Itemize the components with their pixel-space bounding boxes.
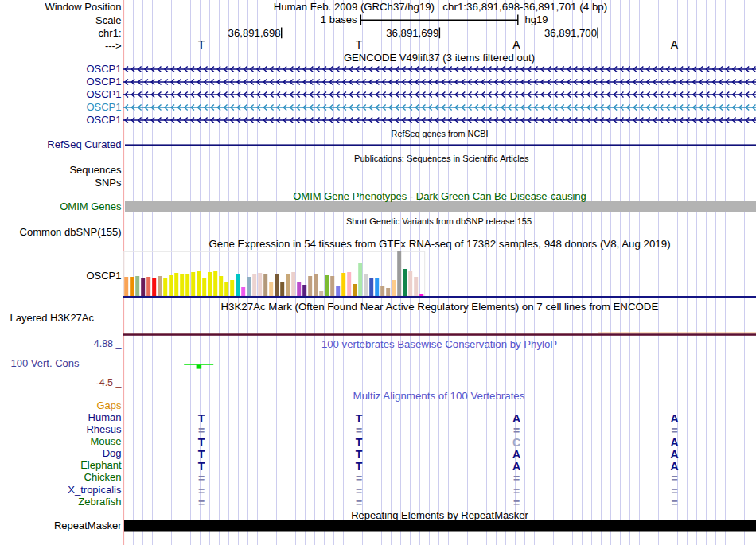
- svg-text:T: T: [198, 460, 205, 473]
- svg-text:A: A: [670, 436, 678, 449]
- svg-text:--->: --->: [105, 40, 122, 52]
- svg-text:1 bases: 1 bases: [321, 14, 357, 25]
- svg-text:Sequences: Sequences: [69, 164, 122, 176]
- svg-text:A: A: [670, 448, 678, 461]
- svg-text:=: =: [513, 496, 520, 509]
- svg-text:=: =: [671, 496, 677, 509]
- svg-text:RefSeq Curated: RefSeq Curated: [47, 138, 121, 150]
- svg-text:H3K27Ac Mark (Often Found Near: H3K27Ac Mark (Often Found Near Active Re…: [220, 301, 658, 313]
- svg-text:Elephant: Elephant: [80, 459, 122, 471]
- svg-text:A: A: [512, 38, 520, 51]
- svg-text:=: =: [671, 485, 677, 497]
- svg-text:=: =: [356, 424, 362, 437]
- svg-text:Common dbSNP(155): Common dbSNP(155): [20, 226, 122, 238]
- svg-text:Dog: Dog: [103, 447, 122, 459]
- svg-text:Mouse: Mouse: [90, 435, 121, 447]
- svg-text:Window Position: Window Position: [45, 1, 121, 13]
- svg-text:A: A: [671, 38, 679, 51]
- svg-text:T: T: [356, 436, 363, 449]
- svg-text:T: T: [356, 460, 363, 473]
- svg-text:4.88 _: 4.88 _: [94, 338, 123, 349]
- svg-text:OMIM Gene Phenotypes - Dark Gr: OMIM Gene Phenotypes - Dark Green Can Be…: [293, 190, 586, 202]
- svg-text:T: T: [198, 412, 205, 425]
- svg-text:GENCODE V49lift37 (3 items fil: GENCODE V49lift37 (3 items filtered out): [344, 52, 535, 64]
- svg-text:OMIM Genes: OMIM Genes: [60, 200, 122, 212]
- svg-text:OSCP1: OSCP1: [86, 114, 121, 126]
- svg-text:OSCP1: OSCP1: [86, 101, 121, 113]
- svg-text:36,891,700: 36,891,700: [544, 27, 597, 39]
- svg-text:Human Feb. 2009 (GRCh37/hg19): Human Feb. 2009 (GRCh37/hg19): [274, 1, 435, 13]
- svg-text:Scale: Scale: [95, 14, 122, 26]
- svg-text:T: T: [198, 448, 205, 461]
- svg-text:A: A: [512, 448, 520, 461]
- svg-text:=: =: [198, 424, 205, 437]
- svg-text:OSCP1: OSCP1: [86, 270, 121, 282]
- svg-text:=: =: [513, 424, 520, 437]
- svg-text:=: =: [671, 472, 677, 485]
- svg-text:-4.5 _: -4.5 _: [96, 377, 123, 388]
- svg-text:C: C: [512, 436, 520, 449]
- svg-text:100 vertebrates Basewise Conse: 100 vertebrates Basewise Conservation by…: [321, 338, 557, 350]
- svg-text:T: T: [198, 436, 205, 449]
- svg-text:Short Genetic Variants from db: Short Genetic Variants from dbSNP releas…: [346, 216, 532, 226]
- svg-text:=: =: [356, 496, 362, 509]
- svg-text:=: =: [198, 472, 205, 485]
- svg-text:Gene Expression in 54 tissues: Gene Expression in 54 tissues from GTEx …: [208, 238, 670, 250]
- svg-text:RepeatMasker: RepeatMasker: [54, 520, 122, 531]
- svg-text:T: T: [356, 38, 363, 51]
- svg-text:=: =: [198, 496, 205, 509]
- svg-text:=: =: [513, 485, 520, 497]
- svg-text:OSCP1: OSCP1: [86, 88, 121, 100]
- svg-text:=: =: [356, 472, 362, 485]
- svg-text:Human: Human: [88, 411, 122, 423]
- svg-text:SNPs: SNPs: [95, 177, 122, 189]
- svg-text:Zebrafish: Zebrafish: [78, 496, 121, 508]
- svg-text:OSCP1: OSCP1: [86, 76, 121, 88]
- svg-text:36,891,698: 36,891,698: [228, 27, 281, 39]
- svg-text:Rhesus: Rhesus: [86, 423, 122, 435]
- svg-text:T: T: [356, 412, 363, 425]
- svg-text:Multiz Alignments of 100 Verte: Multiz Alignments of 100 Vertebrates: [353, 390, 525, 402]
- svg-text:A: A: [512, 412, 520, 425]
- svg-text:A: A: [670, 412, 678, 425]
- svg-text:Chicken: Chicken: [84, 471, 122, 483]
- svg-text:OSCP1: OSCP1: [86, 63, 121, 75]
- svg-text:T: T: [356, 448, 363, 461]
- svg-text:chr1:: chr1:: [99, 27, 122, 39]
- svg-text:RefSeq genes from NCBI: RefSeq genes from NCBI: [392, 129, 489, 138]
- svg-text:hg19: hg19: [525, 14, 548, 25]
- svg-text:=: =: [513, 472, 520, 485]
- svg-text:Layered H3K27Ac: Layered H3K27Ac: [10, 312, 95, 324]
- svg-text:Repeating Elements by RepeatMa: Repeating Elements by RepeatMasker: [351, 509, 528, 521]
- svg-text:A: A: [670, 460, 678, 473]
- svg-text:A: A: [512, 460, 520, 473]
- svg-text:=: =: [671, 424, 677, 437]
- svg-text:X_tropicalis: X_tropicalis: [68, 484, 122, 496]
- svg-text:36,891,699: 36,891,699: [386, 27, 438, 39]
- svg-text:Publications: Sequences in Sci: Publications: Sequences in Scientific Ar…: [354, 154, 529, 163]
- svg-text:=: =: [198, 485, 205, 497]
- svg-text:Gaps: Gaps: [96, 399, 122, 411]
- svg-text:T: T: [198, 38, 205, 51]
- svg-text:chr1:36,891,698-36,891,701 (4: chr1:36,891,698-36,891,701 (4 bp): [442, 1, 607, 13]
- svg-text:=: =: [356, 485, 362, 497]
- svg-text:100 Vert. Cons: 100 Vert. Cons: [11, 357, 80, 369]
